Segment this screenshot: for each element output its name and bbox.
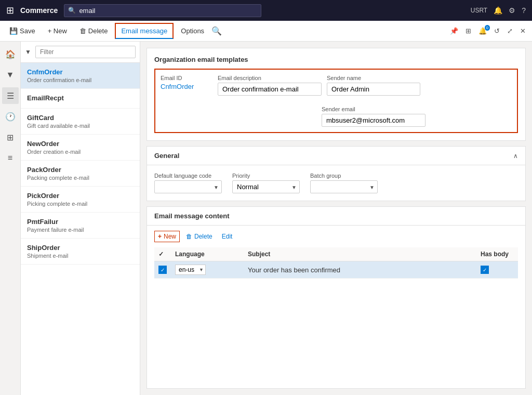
email-content-section: Email message content + New 🗑 Delete Edi… [147,206,526,389]
refresh-icon[interactable]: ↺ [492,26,502,36]
filter-icon: ▼ [25,48,31,56]
template-form: Email ID CnfmOrder Email description Sen… [154,69,518,133]
sidebar-clock-icon[interactable]: 🕐 [2,108,19,125]
search-cmd-icon[interactable]: 🔍 [211,26,222,36]
sidebar-home-icon[interactable]: 🏠 [2,46,19,62]
bell-icon[interactable]: 🔔 [494,6,502,15]
apps-icon[interactable]: ⊞ [6,5,14,16]
collapse-icon: ∧ [513,152,518,160]
content-toolbar: + New 🗑 Delete Edit [154,231,518,242]
org-templates-title: Organization email templates [154,56,518,63]
list-item[interactable]: PmtFailur Payment failure e-mail [21,213,140,239]
language-select[interactable]: en-us [175,265,206,275]
trash-icon: 🗑 [186,233,192,240]
delete-icon: 🗑 [79,27,86,35]
sidebar-list-icon[interactable]: ☰ [2,87,19,104]
sidebar-menu-icon[interactable]: ≡ [2,150,19,166]
plus-icon: + [158,233,162,240]
batch-group-group: Batch group ▼ [310,173,378,193]
default-lang-select[interactable] [154,180,222,193]
email-content-header: Email message content [147,207,525,226]
priority-select-wrapper: Normal High Low ▼ [232,180,300,193]
priority-select[interactable]: Normal High Low [232,180,300,193]
email-desc-group: Email description [218,75,322,96]
sender-name-input[interactable] [327,83,420,96]
email-desc-input[interactable] [218,83,322,96]
options-button[interactable]: Options [176,24,209,38]
notif-icon[interactable]: 🔔0 [476,26,489,36]
help-icon[interactable]: ? [522,6,526,15]
sender-email-input[interactable] [322,114,425,127]
has-body-checkbox[interactable]: ✓ [481,266,489,274]
default-lang-select-wrapper: ▼ [154,180,222,193]
batch-group-select-wrapper: ▼ [310,180,378,193]
general-header[interactable]: General ∧ [147,147,525,165]
list-filter-bar: ▼ [21,42,140,63]
search-input[interactable] [64,4,261,17]
email-id-link[interactable]: CnfmOrder [161,83,212,90]
email-content-table: ✓ Language Subject Has body [154,247,518,279]
new-button[interactable]: + New [43,24,72,38]
filter-input[interactable] [35,46,136,58]
settings-icon[interactable]: ⚙ [509,6,515,15]
table-row[interactable]: ✓ en-us ▼ Your [154,261,518,279]
general-body: Default language code ▼ Priority Normal … [147,165,525,201]
list-item[interactable]: GiftCard Gift card available e-mail [21,109,140,135]
lang-select-wrapper: en-us ▼ [175,265,206,275]
ms-icon[interactable]: ⊞ [463,26,473,36]
content-delete-button[interactable]: 🗑 Delete [183,231,216,242]
priority-group: Priority Normal High Low ▼ [232,173,300,193]
sidebar-icons: 🏠 ▼ ☰ 🕐 ⊞ ≡ [0,42,21,395]
row-check-cell: ✓ [154,261,171,279]
col-language: Language [171,247,244,261]
list-item[interactable]: EmailRecpt [21,89,140,109]
col-subject: Subject [244,247,476,261]
org-templates-card: Organization email templates Email ID Cn… [147,48,526,141]
general-section: General ∧ Default language code ▼ Priori… [147,146,526,201]
sidebar-grid-icon[interactable]: ⊞ [2,129,19,146]
user-label: USRT [471,7,487,14]
save-button[interactable]: 💾 Save [4,24,41,38]
list-item[interactable]: PackOrder Packing complete e-mail [21,161,140,187]
content-area: Organization email templates Email ID Cn… [140,42,532,395]
col-has-body: Has body [476,247,518,261]
batch-group-select[interactable] [310,180,378,193]
col-check: ✓ [154,247,171,261]
row-checkbox[interactable]: ✓ [158,266,167,274]
sender-name-group: Sender name [327,75,420,96]
list-item[interactable]: PickOrder Picking complete e-mail [21,187,140,213]
save-icon: 💾 [9,27,18,35]
list-panel: ▼ CnfmOrder Order confirmation e-mail Em… [21,42,140,395]
email-content-body: + New 🗑 Delete Edit ✓ [147,226,525,284]
email-message-tab[interactable]: Email message [115,23,174,39]
delete-button[interactable]: 🗑 Delete [74,24,113,38]
search-icon: 🔍 [68,7,76,14]
command-bar: 💾 Save + New 🗑 Delete Email message Opti… [0,21,532,42]
main-layout: 🏠 ▼ ☰ 🕐 ⊞ ≡ ▼ CnfmOrder Order confirmati… [0,42,532,395]
list-items: CnfmOrder Order confirmation e-mail Emai… [21,63,140,395]
email-id-group: Email ID CnfmOrder [161,75,212,96]
list-item[interactable]: CnfmOrder Order confirmation e-mail [21,63,140,89]
content-new-button[interactable]: + New [154,231,180,242]
sidebar-filter-icon[interactable]: ▼ [2,67,19,83]
top-nav: ⊞ Commerce 🔍 USRT 🔔 ⚙ ? [0,0,532,21]
row-has-body-cell: ✓ [476,261,518,279]
sender-email-group: Sender email [322,106,425,127]
window-controls: 📌 ⊞ 🔔0 ↺ ⤢ ✕ [448,26,528,36]
row-language-cell: en-us ▼ [171,261,244,279]
pin-icon[interactable]: 📌 [448,26,460,36]
app-title: Commerce [20,6,58,15]
default-lang-group: Default language code ▼ [154,173,222,193]
search-wrapper: 🔍 [64,4,261,17]
expand-icon[interactable]: ⤢ [505,26,515,36]
list-item[interactable]: NewOrder Order creation e-mail [21,135,140,161]
close-icon[interactable]: ✕ [518,26,528,36]
list-item[interactable]: ShipOrder Shipment e-mail [21,239,140,265]
row-subject-cell: Your order has been confirmed [244,261,476,279]
content-edit-button[interactable]: Edit [219,231,236,242]
